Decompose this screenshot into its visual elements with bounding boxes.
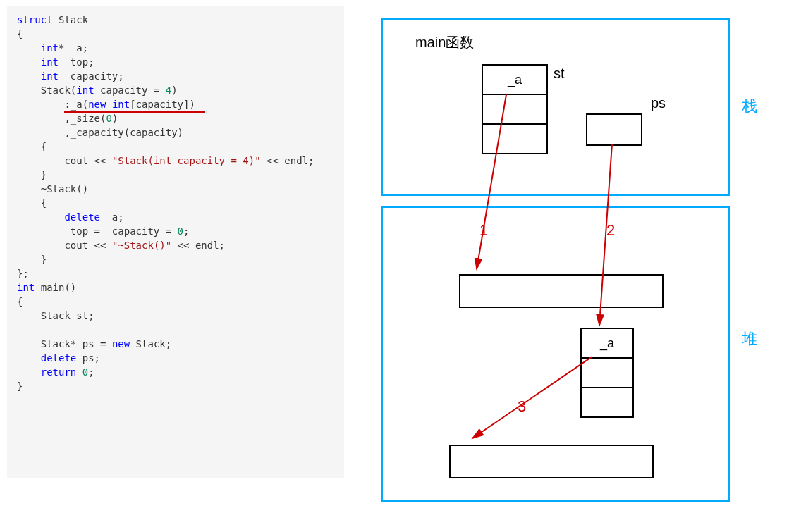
variable-label-ps: ps bbox=[651, 95, 666, 111]
heap-label-chinese: 堆 bbox=[742, 328, 757, 349]
red-underline bbox=[64, 111, 205, 113]
arrow-label-1: 1 bbox=[479, 221, 488, 240]
arrow-label-2: 2 bbox=[606, 221, 615, 240]
field-a: _a bbox=[483, 66, 546, 95]
code-line: }; bbox=[17, 266, 334, 280]
code-line: ,_size(0) bbox=[17, 111, 334, 125]
code-line: delete _a; bbox=[17, 210, 334, 224]
code-line: Stack* ps = new Stack; bbox=[17, 337, 334, 351]
code-line-highlighted: :_a(new int[capacity]) bbox=[17, 97, 334, 111]
stack-label-chinese: 栈 bbox=[742, 96, 757, 117]
code-line: cout << "~Stack()" << endl; bbox=[17, 238, 334, 252]
main-function-label: main函数 bbox=[415, 33, 474, 52]
code-block: struct Stack { int* _a; int _top; int _c… bbox=[7, 6, 344, 478]
heap-region: _a bbox=[381, 206, 730, 502]
heap-field-capacity bbox=[582, 388, 632, 418]
stack-pointer-ps bbox=[586, 113, 642, 146]
code-line: { bbox=[17, 140, 334, 154]
memory-diagram: main函数 _a st ps _a 栈 堆 1 2 3 bbox=[381, 18, 797, 512]
field-top bbox=[483, 95, 546, 125]
code-line: delete ps; bbox=[17, 351, 334, 365]
stack-region: main函数 _a st ps bbox=[381, 18, 730, 196]
code-line: Stack(int capacity = 4) bbox=[17, 83, 334, 97]
code-line: } bbox=[17, 252, 334, 266]
stack-object-st: _a bbox=[482, 64, 548, 154]
variable-label-st: st bbox=[554, 66, 565, 82]
code-line: cout << "Stack(int capacity = 4)" << end… bbox=[17, 154, 334, 168]
code-line: ,_capacity(capacity) bbox=[17, 125, 334, 140]
code-line: return 0; bbox=[17, 365, 334, 379]
heap-stack-object: _a bbox=[580, 328, 634, 418]
code-line: } bbox=[17, 168, 334, 182]
code-line: } bbox=[17, 379, 334, 393]
code-line: { bbox=[17, 295, 334, 309]
heap-array-1 bbox=[459, 274, 664, 308]
arrow-label-3: 3 bbox=[518, 397, 526, 416]
field-capacity bbox=[483, 125, 546, 154]
code-line: _top = _capacity = 0; bbox=[17, 224, 334, 238]
code-line: { bbox=[17, 196, 334, 210]
code-line: int _capacity; bbox=[17, 69, 334, 83]
code-line: struct Stack bbox=[17, 13, 334, 27]
heap-field-a: _a bbox=[582, 329, 632, 359]
code-line: int main() bbox=[17, 280, 334, 295]
heap-array-3 bbox=[449, 445, 654, 478]
code-line bbox=[17, 323, 334, 337]
code-line: ~Stack() bbox=[17, 182, 334, 196]
code-line: { bbox=[17, 27, 334, 41]
heap-field-top bbox=[582, 359, 632, 388]
code-line: Stack st; bbox=[17, 309, 334, 323]
code-line: int _top; bbox=[17, 55, 334, 69]
code-line: int* _a; bbox=[17, 41, 334, 55]
